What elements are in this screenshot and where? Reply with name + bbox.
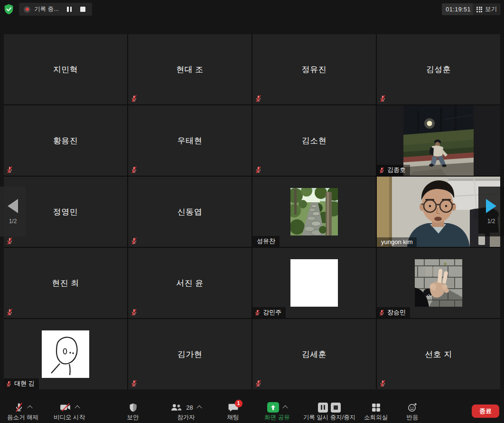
mic-muted-icon xyxy=(254,310,261,316)
participant-tile[interactable]: 신동엽 xyxy=(128,177,252,247)
pause-recording-icon[interactable] xyxy=(318,403,328,413)
top-bar: 기록 중... 01:19:51 보기 xyxy=(0,0,504,19)
next-page-button[interactable]: 1/2 xyxy=(478,187,504,236)
participants-button[interactable]: 28 참가자 xyxy=(162,402,210,422)
mic-muted-icon xyxy=(131,380,138,387)
security-button[interactable]: 보안 xyxy=(115,402,151,422)
participant-tile[interactable]: 대현 김 xyxy=(4,319,127,389)
participant-tile[interactable]: 현대 조 xyxy=(128,34,252,104)
recording-label: 기록 중... xyxy=(34,5,58,13)
start-video-button[interactable]: 비디오 시작 xyxy=(46,402,93,422)
mic-muted-icon xyxy=(379,310,385,316)
recording-control-button[interactable]: 기록 일시 중지/중지 xyxy=(302,402,357,422)
recording-dot-icon xyxy=(24,6,30,13)
participant-label: 장승민 xyxy=(377,307,410,318)
breakout-rooms-label: 소회의실 xyxy=(364,414,388,422)
reactions-smiley-icon xyxy=(408,403,417,412)
breakout-rooms-button[interactable]: 소회의실 xyxy=(359,402,393,422)
participant-label: 대현 김 xyxy=(4,378,39,389)
mic-muted-icon xyxy=(131,166,138,173)
participant-name: 정유진 xyxy=(252,34,376,104)
participant-tile[interactable]: 현진 최 xyxy=(4,248,127,318)
mic-muted-icon xyxy=(6,309,13,316)
participant-name: 현진 최 xyxy=(4,248,127,318)
start-video-label: 비디오 시작 xyxy=(54,414,85,422)
participant-tile[interactable]: 정유진 xyxy=(252,34,376,104)
mic-options-chevron[interactable] xyxy=(27,405,32,411)
video-options-chevron[interactable] xyxy=(75,405,80,411)
participant-tile[interactable]: 황용진 xyxy=(4,105,127,176)
breakout-rooms-icon xyxy=(372,403,381,412)
page-indicator: 1/2 xyxy=(487,218,495,225)
participant-grid: 지민혁 현대 조 정유진 김성훈 황용진 우태현 김소현 xyxy=(4,34,500,389)
reactions-label: 반응 xyxy=(407,414,419,422)
participant-tile[interactable]: 김소현 xyxy=(252,105,376,176)
view-button[interactable]: 보기 xyxy=(473,3,501,15)
participant-name: 대현 김 xyxy=(14,379,35,388)
avatar-forest-path xyxy=(290,188,338,235)
mic-muted-icon xyxy=(379,380,386,387)
stop-recording-button[interactable] xyxy=(80,7,85,12)
participants-icon xyxy=(171,404,182,412)
share-options-chevron[interactable] xyxy=(282,405,288,411)
meeting-timer: 01:19:51 xyxy=(442,3,475,15)
mic-muted-icon xyxy=(131,309,138,316)
meeting-security-shield-icon[interactable] xyxy=(4,4,14,15)
unmute-button[interactable]: 음소거 해제 xyxy=(0,402,46,422)
participant-tile[interactable]: 김세훈 xyxy=(252,319,376,389)
avatar-doodle-face xyxy=(42,330,89,378)
mic-muted-icon xyxy=(131,95,138,102)
participant-name: 우태현 xyxy=(128,105,252,176)
mic-muted-icon xyxy=(379,95,386,102)
security-label: 보안 xyxy=(127,414,139,422)
participant-tile[interactable]: 김성훈 xyxy=(377,34,500,104)
unmute-label: 음소거 해제 xyxy=(7,414,38,422)
arrow-right-icon xyxy=(486,199,496,213)
stop-recording-icon[interactable] xyxy=(331,403,341,413)
participant-label: 김종호 xyxy=(377,165,410,176)
participants-label: 참가자 xyxy=(177,414,195,422)
end-meeting-button[interactable]: 종료 xyxy=(472,404,499,418)
meeting-toolbar: 음소거 해제 비디오 시작 보안 28 참가자 1 채팅 xyxy=(0,399,504,423)
participant-tile[interactable]: 장승민 xyxy=(377,248,500,318)
chat-button[interactable]: 1 채팅 xyxy=(217,402,249,422)
participant-label: 성유찬 xyxy=(252,236,280,247)
chat-unread-badge: 1 xyxy=(235,400,243,407)
avatar-hand-on-pavement xyxy=(415,259,462,307)
participant-name: 김성훈 xyxy=(377,34,500,104)
participant-name: 성유찬 xyxy=(257,237,275,245)
participant-tile[interactable]: 선호 지 xyxy=(377,319,500,389)
mic-muted-icon xyxy=(6,237,13,244)
participant-name: 선호 지 xyxy=(377,319,500,389)
participant-name: 김가현 xyxy=(128,319,252,389)
share-screen-label: 화면 공유 xyxy=(264,414,289,422)
previous-page-button[interactable]: 1/2 xyxy=(0,187,26,236)
participant-name: 서진 윤 xyxy=(128,248,252,318)
gallery-view-icon xyxy=(476,7,482,12)
participant-tile[interactable]: 성유찬 xyxy=(252,177,376,247)
avatar-white-square xyxy=(290,259,338,307)
participant-name: 황용진 xyxy=(4,105,127,176)
participant-tile[interactable]: 서진 윤 xyxy=(128,248,252,318)
mic-muted-icon xyxy=(6,166,13,173)
share-screen-icon xyxy=(267,402,279,413)
recording-indicator: 기록 중... xyxy=(19,3,92,16)
participant-tile[interactable]: 강민주 xyxy=(252,248,376,318)
participants-count: 28 xyxy=(186,404,193,411)
mic-muted-icon xyxy=(379,167,385,173)
reactions-button[interactable]: 반응 xyxy=(397,402,428,422)
participant-name: 김종호 xyxy=(387,166,406,174)
participant-tile[interactable]: 김종호 xyxy=(377,105,500,176)
participant-tile[interactable]: 김가현 xyxy=(128,319,252,389)
participant-name: 지민혁 xyxy=(4,34,127,104)
arrow-left-icon xyxy=(8,199,18,213)
participant-tile[interactable]: 우태현 xyxy=(128,105,252,176)
participant-tile[interactable]: 지민혁 xyxy=(4,34,127,104)
chat-label: 채팅 xyxy=(227,414,239,422)
participant-label: 강민주 xyxy=(252,307,286,318)
share-screen-button[interactable]: 화면 공유 xyxy=(254,402,300,422)
camera-off-icon xyxy=(60,403,71,412)
participant-label: yungon kim xyxy=(377,237,417,247)
pause-recording-button[interactable] xyxy=(67,7,72,12)
participants-options-chevron[interactable] xyxy=(196,405,202,411)
